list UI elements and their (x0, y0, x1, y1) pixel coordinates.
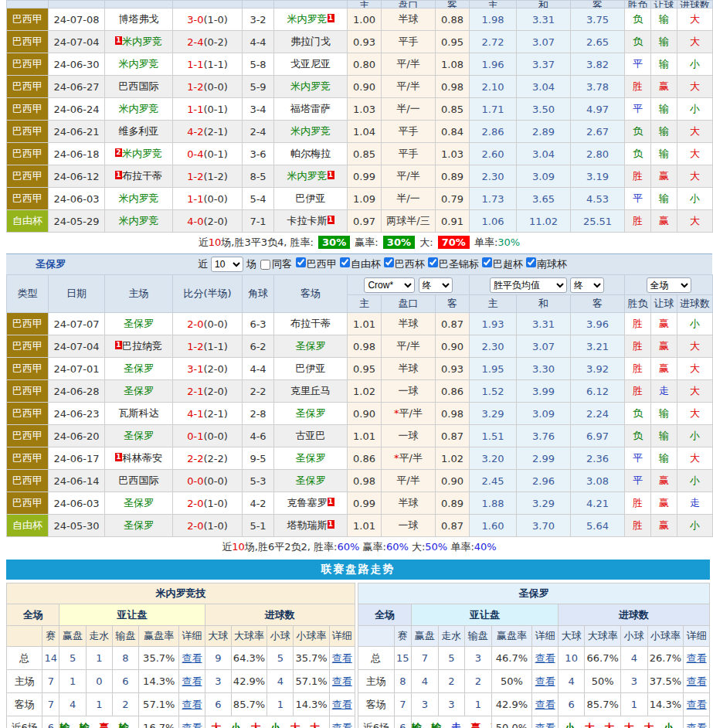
result-wdl: 胜 (625, 313, 651, 335)
league-checkbox-自由杯[interactable] (340, 257, 350, 267)
view-link[interactable]: 查看 (182, 699, 202, 710)
date-cell: 24-06-27 (49, 76, 105, 98)
eu-away-odds: 2.80 (571, 143, 625, 165)
eu-away-odds: 3.75 (571, 9, 625, 31)
corners-cell: 5-9 (243, 76, 274, 98)
date-cell: 24-06-12 (49, 165, 105, 188)
match-row: 巴西甲24-07-041巴拉纳竞1-2(1-1)6-2圣保罗0.98平/半0.9… (7, 335, 713, 358)
subheader-输盘: 输盘 (112, 626, 138, 647)
view-link[interactable]: 查看 (687, 652, 707, 664)
eu-draw-odds: 3.37 (517, 53, 571, 76)
view-link[interactable]: 查看 (332, 699, 352, 710)
score-cell: 1-1(1-1) (173, 53, 243, 76)
subheader-blank (7, 626, 42, 647)
away-team-cell: 弗拉门戈 (274, 31, 348, 53)
view-link[interactable]: 查看 (182, 722, 202, 728)
ah-home-odds: 0.97 (348, 210, 382, 233)
ah-home-odds: 0.99 (348, 165, 382, 188)
scope-cell: 全场 (625, 275, 713, 295)
trend-panels: 米内罗竞技全场亚让盘进球数赛赢盘走水输盘赢盘率详细大球大球率小球小球率详细总14… (6, 583, 713, 728)
league-checkbox-巴西甲[interactable] (296, 257, 306, 267)
view-detail-cell: 查看 (329, 716, 355, 728)
league-type-cell: 巴西甲 (7, 143, 49, 165)
last6-goals-seq: 大 小 大 小 大 大 (205, 716, 329, 728)
subheader-走水: 走水 (86, 626, 112, 647)
eu-home-odds: 2.45 (470, 470, 517, 492)
stat-under_rate: 57.1% (294, 670, 329, 693)
score-cell: 1-1(0-0) (173, 188, 243, 210)
result-goals: 小 (677, 515, 713, 537)
view-link[interactable]: 查看 (687, 722, 707, 728)
result-wdl: 平 (625, 98, 651, 121)
result-goals: 小 (677, 425, 713, 447)
scope-select[interactable]: 全场 (647, 277, 691, 293)
trend-panel-team1: 米内罗竞技全场亚让盘进球数赛赢盘走水输盘赢盘率详细大球大球率小球小球率详细总14… (6, 583, 355, 728)
goals-seq: 小 大 大 大 大 小 (565, 722, 677, 728)
view-link[interactable]: 查看 (687, 675, 707, 687)
view-detail-cell: 查看 (684, 693, 710, 716)
league-checkbox-巴圣锦标[interactable] (428, 257, 438, 267)
same-venue-checkbox[interactable] (260, 260, 270, 270)
stat-win_rate: 16.7% (139, 716, 179, 728)
avg-odds-select[interactable]: 胜平负均值 (490, 277, 567, 293)
date-cell: 24-06-21 (49, 121, 105, 143)
result-handicap: 输 (651, 403, 677, 425)
eu-away-odds: 4.21 (571, 492, 625, 515)
date-cell: 24-06-24 (49, 98, 105, 121)
group-asian-handicap: 亚让盘 (59, 604, 205, 626)
view-link[interactable]: 查看 (182, 652, 202, 664)
result-wdl: 负 (625, 143, 651, 165)
trend-mark: 大 (598, 722, 618, 728)
star-mark: * (394, 407, 399, 419)
match-row: 自由杯24-05-30圣保罗2-0(1-0)5-1塔勒瑞斯11.01一球0.87… (7, 515, 713, 537)
league-checkbox-巴西杯[interactable] (384, 257, 394, 267)
filter-bar: 近 10 场 同客 巴西甲自由杯巴西杯巴圣锦标巴超杯南球杯 (198, 257, 567, 272)
team-name: 米内罗竞 (290, 80, 331, 92)
score-cell: 2-0(0-0) (173, 313, 243, 335)
away-team-cell: 布拉干蒂 (274, 313, 348, 335)
eu-draw-odds: 3.65 (517, 188, 571, 210)
recent-count-select[interactable]: 10 (211, 257, 243, 272)
team2-summary: 近10场,胜6平2负2, 胜率:60% 赢率:60% 大:50% 单率:40% (6, 537, 712, 558)
view-link[interactable]: 查看 (535, 722, 555, 728)
view-link[interactable]: 查看 (332, 722, 352, 728)
row-label: 近6场 (358, 716, 395, 728)
view-link[interactable]: 查看 (535, 699, 555, 710)
view-link[interactable]: 查看 (182, 675, 202, 687)
ah-away-odds: 0.79 (436, 188, 470, 210)
trend-mark: 赢 (484, 722, 491, 728)
subheader-详细: 详细 (329, 626, 355, 647)
view-link[interactable]: 查看 (687, 699, 707, 710)
near-label: 近 (198, 257, 208, 271)
over-rate-value: 50% (425, 541, 447, 553)
league-type-cell: 巴西甲 (7, 492, 49, 515)
view-link[interactable]: 查看 (535, 652, 555, 664)
team-name: 圣保罗 (124, 318, 154, 329)
league-checkbox-巴超杯[interactable] (482, 257, 492, 267)
odds-stage-select[interactable]: 终 (419, 277, 453, 293)
trend-mark: 小 (263, 722, 284, 728)
team-name: 巴拉纳竞 (122, 340, 162, 352)
home-team-cell: 1巴拉纳竞 (105, 335, 173, 358)
result-wdl: 平 (625, 447, 651, 470)
view-link[interactable]: 查看 (332, 675, 352, 687)
team-name: 米内罗竞 (122, 148, 162, 159)
view-link[interactable]: 查看 (535, 675, 555, 687)
score-cell: 2-1(2-0) (173, 380, 243, 403)
ah-away-odds: 0.89 (436, 492, 470, 515)
date-cell: 24-07-07 (49, 313, 105, 335)
stat-games: 6 (42, 716, 59, 728)
result-goals: 大 (677, 9, 713, 31)
odds-source-select[interactable]: Crow* (364, 277, 415, 293)
avg-stage-select[interactable]: 终 (570, 277, 604, 293)
fulltime-score: 0-4 (187, 148, 203, 160)
view-link[interactable]: 查看 (332, 652, 352, 664)
summary-text: 场,胜6平2负2, 胜率: (245, 541, 338, 553)
team-name: 圣保罗 (296, 475, 326, 486)
eu-draw-odds: 3.04 (517, 76, 571, 98)
eu-draw-odds: 11.02 (517, 210, 571, 233)
trend-mark: 大 (211, 722, 224, 728)
league-checkbox-南球杯[interactable] (526, 257, 536, 267)
eu-away-odds: 3.78 (571, 76, 625, 98)
row-label: 主场 (358, 670, 395, 693)
